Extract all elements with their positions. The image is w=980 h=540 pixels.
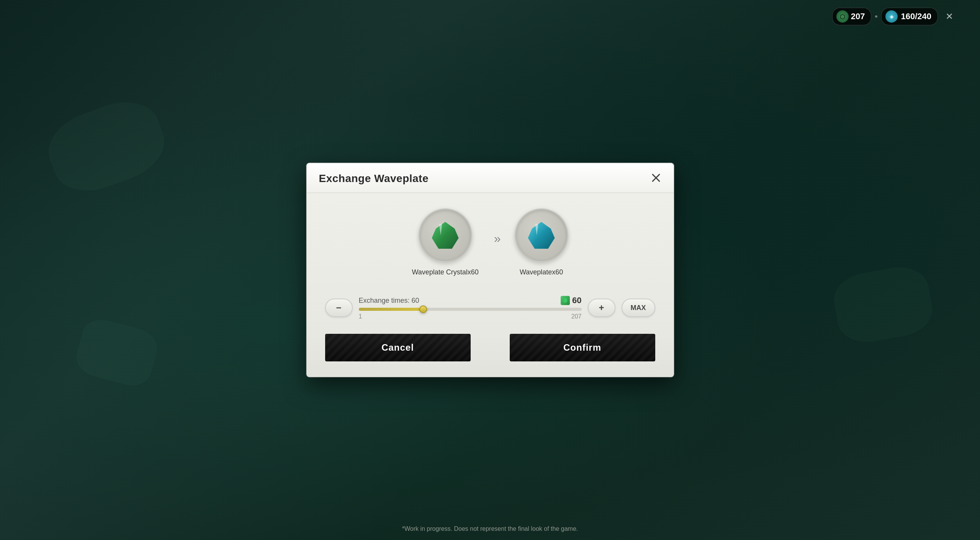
slider-fill <box>359 308 424 311</box>
svg-marker-0 <box>563 298 567 303</box>
slider-container: Exchange times: 60 60 <box>359 295 582 320</box>
slider-track[interactable] <box>359 308 582 311</box>
to-item: Waveplatex60 <box>515 208 568 276</box>
max-button[interactable]: MAX <box>622 299 655 317</box>
modal-backdrop: Exchange Waveplate Wavepl <box>0 0 980 540</box>
decrease-button[interactable]: − <box>325 299 353 317</box>
controls-row: − Exchange times: 60 60 <box>325 295 655 320</box>
exchange-arrow: » <box>494 231 499 246</box>
from-item: Waveplate Crystalx60 <box>412 208 478 276</box>
cancel-button[interactable]: Cancel <box>325 334 471 361</box>
close-x-icon <box>651 172 661 183</box>
exchange-items-row: Waveplate Crystalx60 » Waveplatex60 <box>325 208 655 276</box>
dialog-title: Exchange Waveplate <box>319 172 429 185</box>
to-item-circle <box>515 208 568 262</box>
slider-max-label: 207 <box>571 313 582 320</box>
crystal-icon <box>430 220 461 251</box>
from-item-circle <box>419 208 472 262</box>
arrow-icon: » <box>494 231 499 246</box>
exchange-dialog: Exchange Waveplate Wavepl <box>306 163 674 377</box>
increase-button[interactable]: + <box>588 299 615 317</box>
gem-icon <box>563 298 568 303</box>
slider-labels: 1 207 <box>359 313 582 320</box>
count-icon <box>561 296 570 305</box>
to-item-label: Waveplatex60 <box>520 268 563 276</box>
dialog-footer: Cancel Confirm <box>307 334 674 377</box>
exchange-controls: − Exchange times: 60 60 <box>325 295 655 320</box>
waveplate-shape <box>528 222 555 249</box>
dialog-close-button[interactable] <box>648 169 664 186</box>
waveplate-crystal-icon <box>526 220 557 251</box>
exchange-count-badge: 60 <box>561 295 581 305</box>
dialog-header: Exchange Waveplate <box>307 163 674 193</box>
exchange-label: Exchange times: 60 60 <box>359 295 582 305</box>
slider-min-label: 1 <box>359 313 362 320</box>
slider-thumb[interactable] <box>419 305 427 313</box>
from-item-label: Waveplate Crystalx60 <box>412 268 478 276</box>
dialog-body: Waveplate Crystalx60 » Waveplatex60 <box>307 193 674 334</box>
count-value: 60 <box>572 295 581 305</box>
confirm-button[interactable]: Confirm <box>510 334 655 361</box>
crystal-shape <box>432 222 459 249</box>
